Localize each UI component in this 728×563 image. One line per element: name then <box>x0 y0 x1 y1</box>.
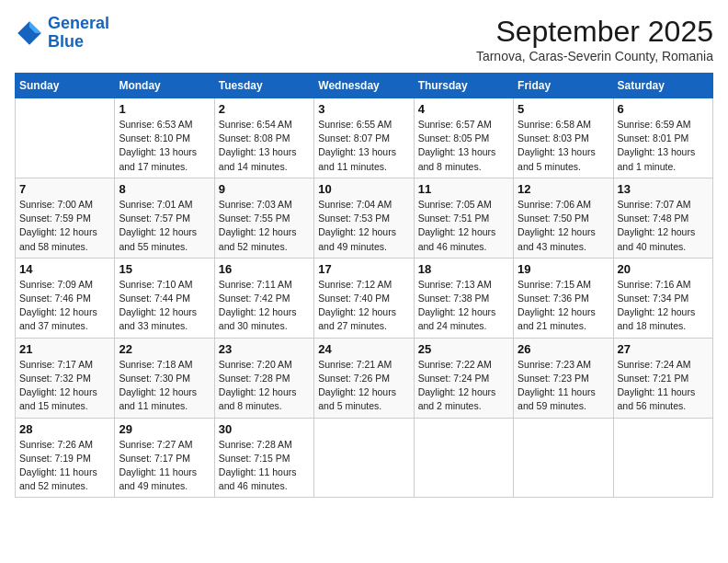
weekday-header: Wednesday <box>314 74 414 98</box>
day-number: 10 <box>318 182 409 196</box>
calendar-cell: 10Sunrise: 7:04 AMSunset: 7:53 PMDayligh… <box>314 178 414 258</box>
day-info: Sunrise: 7:20 AMSunset: 7:28 PMDaylight:… <box>219 358 310 414</box>
calendar-week-row: 1Sunrise: 6:53 AMSunset: 8:10 PMDaylight… <box>16 98 713 178</box>
calendar-cell: 17Sunrise: 7:12 AMSunset: 7:40 PMDayligh… <box>314 258 414 338</box>
calendar-cell: 9Sunrise: 7:03 AMSunset: 7:55 PMDaylight… <box>214 178 313 258</box>
day-info: Sunrise: 7:23 AMSunset: 7:23 PMDaylight:… <box>518 358 609 414</box>
calendar-cell: 11Sunrise: 7:05 AMSunset: 7:51 PMDayligh… <box>414 178 513 258</box>
calendar-cell: 6Sunrise: 6:59 AMSunset: 8:01 PMDaylight… <box>613 98 712 178</box>
day-number: 2 <box>219 102 310 116</box>
logo-line2: Blue <box>48 32 84 51</box>
day-number: 12 <box>518 182 609 196</box>
day-number: 22 <box>119 342 210 356</box>
day-number: 17 <box>318 262 409 276</box>
day-info: Sunrise: 7:28 AMSunset: 7:15 PMDaylight:… <box>219 438 310 494</box>
day-number: 14 <box>19 262 110 276</box>
day-number: 27 <box>618 342 709 356</box>
day-number: 21 <box>19 342 110 356</box>
calendar-cell: 7Sunrise: 7:00 AMSunset: 7:59 PMDaylight… <box>16 178 115 258</box>
day-number: 9 <box>219 182 310 196</box>
calendar-cell: 14Sunrise: 7:09 AMSunset: 7:46 PMDayligh… <box>16 258 115 338</box>
day-number: 5 <box>518 102 609 116</box>
title-area: September 2025 Tarnova, Caras-Severin Co… <box>476 15 713 63</box>
logo-line1: General <box>48 14 109 32</box>
day-info: Sunrise: 6:58 AMSunset: 8:03 PMDaylight:… <box>518 118 609 174</box>
day-number: 13 <box>618 182 709 196</box>
day-info: Sunrise: 7:09 AMSunset: 7:46 PMDaylight:… <box>19 278 110 334</box>
day-info: Sunrise: 7:06 AMSunset: 7:50 PMDaylight:… <box>518 198 609 254</box>
weekday-header: Thursday <box>414 74 513 98</box>
calendar-cell: 21Sunrise: 7:17 AMSunset: 7:32 PMDayligh… <box>16 338 115 418</box>
weekday-header-row: SundayMondayTuesdayWednesdayThursdayFrid… <box>16 74 713 98</box>
day-info: Sunrise: 7:27 AMSunset: 7:17 PMDaylight:… <box>119 438 210 494</box>
day-info: Sunrise: 6:59 AMSunset: 8:01 PMDaylight:… <box>618 118 709 174</box>
weekday-header: Saturday <box>613 74 712 98</box>
day-number: 8 <box>119 182 210 196</box>
day-number: 7 <box>19 182 110 196</box>
calendar-week-row: 14Sunrise: 7:09 AMSunset: 7:46 PMDayligh… <box>16 258 713 338</box>
day-info: Sunrise: 7:07 AMSunset: 7:48 PMDaylight:… <box>618 198 709 254</box>
calendar-cell: 27Sunrise: 7:24 AMSunset: 7:21 PMDayligh… <box>613 338 712 418</box>
day-number: 4 <box>418 102 509 116</box>
calendar-cell: 4Sunrise: 6:57 AMSunset: 8:05 PMDaylight… <box>414 98 513 178</box>
day-number: 20 <box>618 262 709 276</box>
day-number: 25 <box>418 342 509 356</box>
day-info: Sunrise: 7:10 AMSunset: 7:44 PMDaylight:… <box>119 278 210 334</box>
calendar-cell: 19Sunrise: 7:15 AMSunset: 7:36 PMDayligh… <box>514 258 613 338</box>
day-number: 6 <box>618 102 709 116</box>
calendar-cell: 28Sunrise: 7:26 AMSunset: 7:19 PMDayligh… <box>16 418 115 498</box>
day-info: Sunrise: 7:15 AMSunset: 7:36 PMDaylight:… <box>518 278 609 334</box>
calendar-week-row: 21Sunrise: 7:17 AMSunset: 7:32 PMDayligh… <box>16 338 713 418</box>
day-info: Sunrise: 6:57 AMSunset: 8:05 PMDaylight:… <box>418 118 509 174</box>
day-info: Sunrise: 7:00 AMSunset: 7:59 PMDaylight:… <box>19 198 110 254</box>
day-number: 30 <box>219 422 310 436</box>
calendar-cell <box>16 98 115 178</box>
calendar-cell: 16Sunrise: 7:11 AMSunset: 7:42 PMDayligh… <box>214 258 313 338</box>
calendar-cell <box>514 418 613 498</box>
weekday-header: Sunday <box>16 74 115 98</box>
month-year: September 2025 <box>476 15 713 49</box>
calendar-cell: 2Sunrise: 6:54 AMSunset: 8:08 PMDaylight… <box>214 98 313 178</box>
day-number: 11 <box>418 182 509 196</box>
calendar-cell: 1Sunrise: 6:53 AMSunset: 8:10 PMDaylight… <box>115 98 214 178</box>
calendar-cell: 20Sunrise: 7:16 AMSunset: 7:34 PMDayligh… <box>613 258 712 338</box>
weekday-header: Tuesday <box>214 74 313 98</box>
calendar-cell: 23Sunrise: 7:20 AMSunset: 7:28 PMDayligh… <box>214 338 313 418</box>
day-info: Sunrise: 6:55 AMSunset: 8:07 PMDaylight:… <box>318 118 409 174</box>
day-number: 29 <box>119 422 210 436</box>
day-number: 23 <box>219 342 310 356</box>
calendar-week-row: 28Sunrise: 7:26 AMSunset: 7:19 PMDayligh… <box>16 418 713 498</box>
calendar-cell: 8Sunrise: 7:01 AMSunset: 7:57 PMDaylight… <box>115 178 214 258</box>
day-info: Sunrise: 7:22 AMSunset: 7:24 PMDaylight:… <box>418 358 509 414</box>
calendar-cell: 24Sunrise: 7:21 AMSunset: 7:26 PMDayligh… <box>314 338 414 418</box>
weekday-header: Monday <box>115 74 214 98</box>
calendar-cell: 13Sunrise: 7:07 AMSunset: 7:48 PMDayligh… <box>613 178 712 258</box>
day-info: Sunrise: 7:12 AMSunset: 7:40 PMDaylight:… <box>318 278 409 334</box>
location: Tarnova, Caras-Severin County, Romania <box>476 49 713 63</box>
day-info: Sunrise: 7:13 AMSunset: 7:38 PMDaylight:… <box>418 278 509 334</box>
logo-icon <box>15 18 44 48</box>
day-info: Sunrise: 7:17 AMSunset: 7:32 PMDaylight:… <box>19 358 110 414</box>
calendar-cell: 30Sunrise: 7:28 AMSunset: 7:15 PMDayligh… <box>214 418 313 498</box>
day-number: 26 <box>518 342 609 356</box>
day-info: Sunrise: 7:03 AMSunset: 7:55 PMDaylight:… <box>219 198 310 254</box>
calendar-cell: 15Sunrise: 7:10 AMSunset: 7:44 PMDayligh… <box>115 258 214 338</box>
day-number: 16 <box>219 262 310 276</box>
calendar-cell: 18Sunrise: 7:13 AMSunset: 7:38 PMDayligh… <box>414 258 513 338</box>
calendar-cell: 25Sunrise: 7:22 AMSunset: 7:24 PMDayligh… <box>414 338 513 418</box>
weekday-header: Friday <box>514 74 613 98</box>
day-info: Sunrise: 7:04 AMSunset: 7:53 PMDaylight:… <box>318 198 409 254</box>
day-info: Sunrise: 7:01 AMSunset: 7:57 PMDaylight:… <box>119 198 210 254</box>
calendar-cell <box>414 418 513 498</box>
calendar-week-row: 7Sunrise: 7:00 AMSunset: 7:59 PMDaylight… <box>16 178 713 258</box>
day-number: 3 <box>318 102 409 116</box>
day-info: Sunrise: 7:11 AMSunset: 7:42 PMDaylight:… <box>219 278 310 334</box>
calendar-cell: 26Sunrise: 7:23 AMSunset: 7:23 PMDayligh… <box>514 338 613 418</box>
calendar-cell: 3Sunrise: 6:55 AMSunset: 8:07 PMDaylight… <box>314 98 414 178</box>
day-info: Sunrise: 7:21 AMSunset: 7:26 PMDaylight:… <box>318 358 409 414</box>
calendar-cell: 22Sunrise: 7:18 AMSunset: 7:30 PMDayligh… <box>115 338 214 418</box>
logo: General Blue <box>15 15 109 52</box>
day-number: 15 <box>119 262 210 276</box>
day-number: 18 <box>418 262 509 276</box>
calendar-cell: 29Sunrise: 7:27 AMSunset: 7:17 PMDayligh… <box>115 418 214 498</box>
